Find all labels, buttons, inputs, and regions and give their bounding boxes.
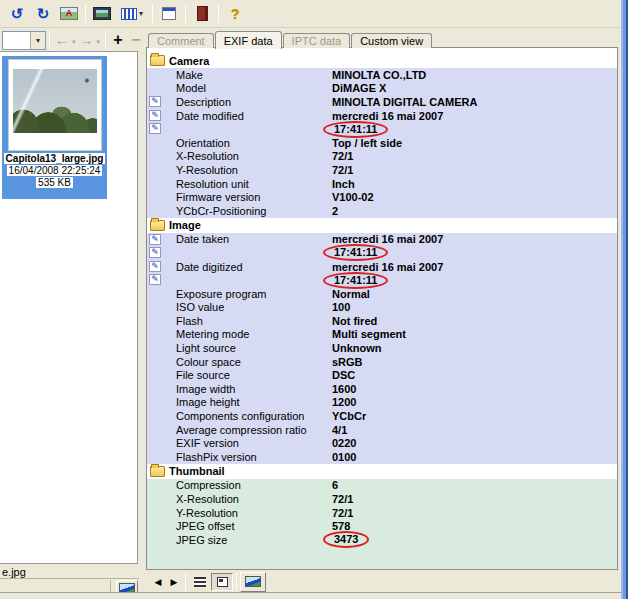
section-thumbnail: ThumbnailCompression6X-Resolution72/1Y-R…	[147, 464, 617, 569]
exif-label: X-Resolution	[176, 493, 332, 505]
exif-label: Image height	[176, 396, 332, 408]
exif-label: Y-Resolution	[176, 507, 332, 519]
toolbar-separator	[185, 5, 186, 23]
section-header: Image	[147, 218, 617, 233]
exif-label: Compression	[176, 479, 332, 491]
edit-pen-icon[interactable]: ✎	[149, 261, 161, 272]
exif-row: File sourceDSC	[147, 368, 617, 382]
exif-row: Compression6	[147, 479, 617, 493]
file-size-label: 535 KB	[36, 177, 73, 188]
back-arrow-icon: ←	[55, 32, 69, 48]
exif-label: JPEG size	[176, 534, 332, 546]
forward-history-dropdown[interactable]: ▾	[97, 38, 101, 46]
exif-label: YCbCr-Positioning	[176, 205, 332, 217]
help-button[interactable]: ?	[222, 3, 248, 25]
exif-row: MakeMINOLTA CO.,LTD	[147, 68, 617, 82]
edit-pen-icon[interactable]: ✎	[149, 247, 161, 258]
section-header: Thumbnail	[147, 464, 617, 479]
exif-value: 1200	[332, 396, 356, 408]
rotate-left-icon: ↺	[11, 7, 24, 21]
edit-pen-icon[interactable]: ✎	[149, 96, 161, 107]
exif-value: 1600	[332, 383, 356, 395]
show-image-button[interactable]	[240, 572, 266, 592]
edit-pen-icon[interactable]: ✎	[149, 234, 161, 245]
exif-value: 72/1	[332, 493, 353, 505]
exif-row: Image height1200	[147, 396, 617, 410]
exif-row: ✎Date digitizedmercredi 16 mai 2007	[147, 260, 617, 274]
exif-label: Date modified	[176, 110, 332, 122]
exif-row: ✎DescriptionMINOLTA DIGITAL CAMERA	[147, 95, 617, 109]
exif-label: Make	[176, 69, 332, 81]
exif-row: Resolution unitInch	[147, 177, 617, 191]
exif-row: ISO value100	[147, 301, 617, 315]
previous-item-button[interactable]: ◀	[150, 573, 166, 591]
exif-viewer-window: ↺ ↻ A ▾ ? ▾	[0, 0, 628, 599]
exif-row: YCbCr-Positioning2	[147, 204, 617, 218]
rotate-left-button[interactable]: ↺	[4, 3, 30, 25]
exif-label: Flash	[176, 315, 332, 327]
exif-value: 100	[332, 301, 350, 313]
exif-row: Y-Resolution72/1	[147, 506, 617, 520]
preview-toggle[interactable]	[211, 573, 233, 591]
exif-label: Date taken	[176, 233, 332, 245]
exif-label: ISO value	[176, 301, 332, 313]
tab-iptc-data[interactable]: IPTC data	[283, 33, 351, 48]
next-item-button[interactable]: ▶	[166, 573, 182, 591]
exif-label: JPEG offset	[176, 520, 332, 532]
exif-value: DiMAGE X	[332, 82, 386, 94]
edit-pen-icon[interactable]: ✎	[149, 123, 161, 134]
rotate-right-button[interactable]: ↻	[30, 3, 56, 25]
exif-value: sRGB	[332, 356, 363, 368]
properties-button[interactable]	[156, 3, 182, 25]
edit-pen-icon[interactable]: ✎	[149, 274, 161, 285]
tab-exif-data[interactable]: EXIF data	[215, 31, 282, 49]
back-button[interactable]: ←	[53, 29, 71, 51]
exif-value: Multi segment	[332, 328, 406, 340]
thumbnail-image[interactable]	[13, 69, 97, 133]
exif-value: 0100	[332, 451, 356, 463]
exif-row: X-Resolution72/1	[147, 150, 617, 164]
abc-image-icon: A	[60, 7, 78, 20]
edit-pen-icon[interactable]: ✎	[149, 110, 161, 121]
exif-label: FlashPix version	[176, 451, 332, 463]
combobox-dropdown-button[interactable]: ▾	[30, 32, 45, 49]
zoom-combobox[interactable]: ▾	[2, 31, 46, 50]
section-title: Camera	[169, 55, 209, 67]
exif-row: JPEG size3473	[147, 533, 617, 547]
exif-value: Top / left side	[332, 137, 402, 149]
list-view-toggle[interactable]	[189, 573, 211, 591]
selected-file-item[interactable]: Capitola13_large.jpg 16/04/2008 22:25:24…	[2, 56, 107, 199]
exif-label: Image width	[176, 383, 332, 395]
section-title: Thumbnail	[169, 465, 225, 477]
toolbar-separator	[105, 31, 106, 49]
exif-row: Light sourceUnknown	[147, 341, 617, 355]
tab-custom-view[interactable]: Custom view	[351, 33, 432, 48]
list-view-icon	[194, 577, 206, 587]
file-name-label: Capitola13_large.jpg	[4, 153, 106, 164]
status-bar	[0, 592, 621, 599]
file-list-panel[interactable]: Capitola13_large.jpg 16/04/2008 22:25:24…	[0, 51, 138, 564]
toolbar-separator	[185, 573, 186, 591]
tab-strip: CommentEXIF dataIPTC dataCustom view	[148, 30, 433, 48]
zoom-in-button[interactable]: +	[109, 29, 127, 51]
exif-value: YCbCr	[332, 410, 366, 422]
exif-row: Average compression ratio4/1	[147, 423, 617, 437]
exif-row: EXIF version0220	[147, 436, 617, 450]
back-history-dropdown[interactable]: ▾	[72, 38, 76, 46]
forward-button[interactable]: →	[78, 29, 96, 51]
annotate-button[interactable]: A	[56, 3, 82, 25]
minus-icon: −	[131, 31, 140, 49]
exit-button[interactable]	[189, 3, 215, 25]
tab-comment[interactable]: Comment	[148, 33, 214, 48]
section-band: ✎Date takenmercredi 16 mai 2007✎17:41:11…	[147, 233, 617, 464]
exif-label: X-Resolution	[176, 150, 332, 162]
window-right-border	[621, 0, 628, 599]
zoom-out-button[interactable]: −	[127, 29, 145, 51]
folder-icon	[150, 466, 165, 477]
image-view-button[interactable]	[89, 3, 115, 25]
exif-label: Metering mode	[176, 328, 332, 340]
exif-label: EXIF version	[176, 437, 332, 449]
thumbnails-view-button[interactable]: ▾	[115, 3, 149, 25]
exif-row: FlashPix version0100	[147, 450, 617, 464]
help-question-icon: ?	[231, 6, 240, 22]
